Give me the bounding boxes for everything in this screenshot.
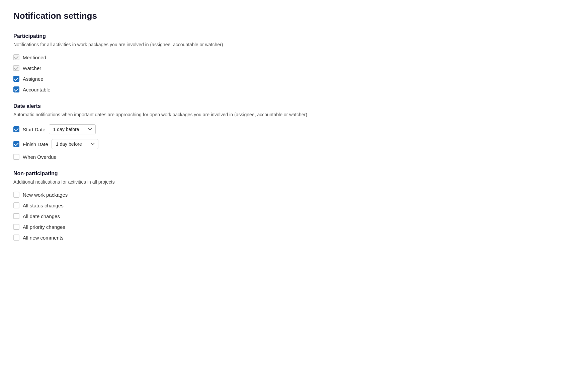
all-priority-changes-row: All priority changes xyxy=(13,224,575,230)
all-status-changes-checkbox[interactable] xyxy=(13,202,19,208)
finish-date-row: Finish Date 1 day before 3 days before 7… xyxy=(13,139,575,149)
start-date-row: Start Date 1 day before 3 days before 7 … xyxy=(13,124,575,134)
all-status-changes-row: All status changes xyxy=(13,202,575,208)
non-participating-section: Non-participating Additional notificatio… xyxy=(13,171,575,241)
non-participating-desc: Additional notifications for activities … xyxy=(13,179,575,186)
participating-title: Participating xyxy=(13,33,575,39)
new-work-packages-row: New work packages xyxy=(13,192,575,198)
date-alerts-desc: Automatic notifications when important d… xyxy=(13,111,575,118)
watcher-label[interactable]: Watcher xyxy=(23,65,41,71)
non-participating-title: Non-participating xyxy=(13,171,575,177)
all-priority-changes-label[interactable]: All priority changes xyxy=(23,224,65,230)
mentioned-checkbox[interactable] xyxy=(13,54,19,60)
new-work-packages-checkbox[interactable] xyxy=(13,192,19,198)
all-priority-changes-checkbox[interactable] xyxy=(13,224,19,230)
mentioned-row: Mentioned xyxy=(13,54,575,60)
accountable-label[interactable]: Accountable xyxy=(23,87,51,92)
watcher-checkbox[interactable] xyxy=(13,65,19,71)
watcher-row: Watcher xyxy=(13,65,575,71)
participating-desc: Notifications for all activities in work… xyxy=(13,41,575,48)
start-date-checkbox[interactable] xyxy=(13,126,19,132)
assignee-checkbox[interactable] xyxy=(13,76,19,82)
assignee-row: Assignee xyxy=(13,76,575,82)
finish-date-dropdown[interactable]: 1 day before 3 days before 7 days before… xyxy=(52,139,98,149)
start-date-dropdown[interactable]: 1 day before 3 days before 7 days before… xyxy=(49,124,96,134)
when-overdue-row: When Overdue xyxy=(13,154,575,160)
new-work-packages-label[interactable]: New work packages xyxy=(23,192,68,198)
page-title: Notification settings xyxy=(13,11,575,21)
mentioned-label[interactable]: Mentioned xyxy=(23,55,46,60)
when-overdue-label[interactable]: When Overdue xyxy=(23,154,57,160)
date-alerts-title: Date alerts xyxy=(13,103,575,109)
accountable-checkbox[interactable] xyxy=(13,86,19,92)
date-alerts-section: Date alerts Automatic notifications when… xyxy=(13,103,575,160)
all-new-comments-label[interactable]: All new comments xyxy=(23,235,64,241)
all-new-comments-row: All new comments xyxy=(13,235,575,241)
all-date-changes-label[interactable]: All date changes xyxy=(23,213,60,219)
finish-date-checkbox[interactable] xyxy=(13,141,19,147)
when-overdue-checkbox[interactable] xyxy=(13,154,19,160)
start-date-label: Start Date xyxy=(23,127,46,132)
assignee-label[interactable]: Assignee xyxy=(23,76,44,82)
all-date-changes-row: All date changes xyxy=(13,213,575,219)
finish-date-label: Finish Date xyxy=(23,141,48,147)
all-status-changes-label[interactable]: All status changes xyxy=(23,203,64,208)
accountable-row: Accountable xyxy=(13,86,575,92)
all-new-comments-checkbox[interactable] xyxy=(13,235,19,241)
participating-section: Participating Notifications for all acti… xyxy=(13,33,575,92)
all-date-changes-checkbox[interactable] xyxy=(13,213,19,219)
